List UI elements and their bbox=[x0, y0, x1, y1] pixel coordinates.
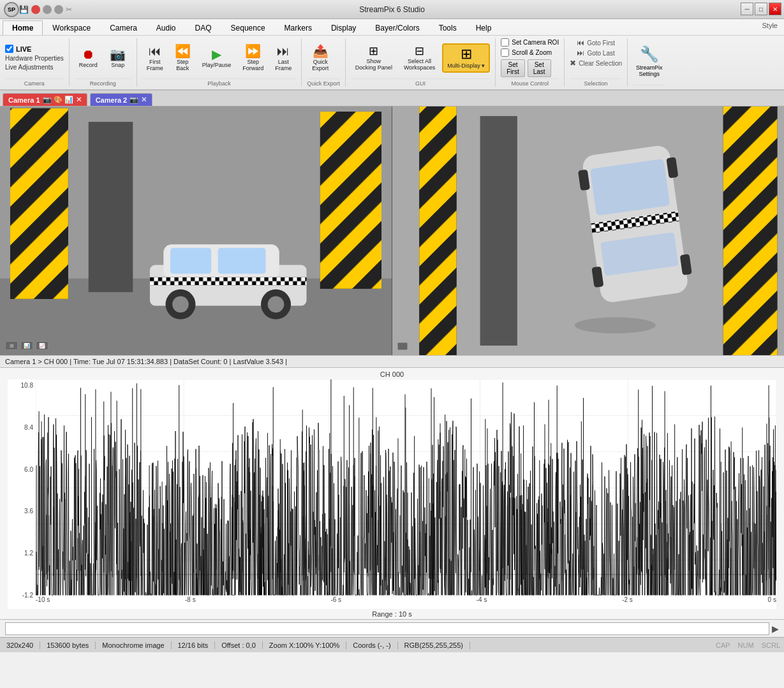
streampix-settings-button[interactable]: 🔧 StreamPixSettings bbox=[633, 42, 666, 80]
live-adjustments-link[interactable]: Live Adjustments bbox=[5, 64, 64, 71]
y-label-60: 6.0 bbox=[24, 466, 33, 473]
y-label-neg12: -1.2 bbox=[22, 592, 33, 599]
hardware-properties-link[interactable]: Hardware Properties bbox=[5, 55, 64, 62]
tab-sequence[interactable]: Sequence bbox=[221, 20, 275, 35]
tab-markers[interactable]: Markers bbox=[275, 20, 322, 35]
playback-group-label: Playback bbox=[142, 78, 297, 87]
camera-2-panel bbox=[392, 106, 784, 355]
waveform-area[interactable]: -10 s -8 s -6 s -4 s -2 s 0 s bbox=[36, 379, 776, 609]
set-camera-roi-checkbox[interactable]: Set Camera ROI bbox=[501, 38, 559, 47]
quick-export-button[interactable]: 📤 QuickExport bbox=[307, 41, 334, 75]
svg-rect-11 bbox=[218, 248, 266, 274]
svg-point-45 bbox=[575, 318, 656, 333]
step-back-icon: ⏪ bbox=[175, 45, 191, 57]
multi-display-button[interactable]: ⊞ Multi-Display ▾ bbox=[442, 43, 490, 73]
svg-rect-21 bbox=[320, 112, 381, 289]
set-camera-roi-input[interactable] bbox=[501, 38, 509, 47]
chart-container[interactable]: 10.8 8.4 6.0 3.6 1.2 -1.2 -10 s -8 s -6 … bbox=[8, 379, 776, 609]
command-input[interactable] bbox=[5, 622, 769, 635]
clear-selection-button[interactable]: ✖ Clear Selection bbox=[570, 59, 622, 68]
tab-daq[interactable]: DAQ bbox=[186, 20, 221, 35]
y-label-12: 1.2 bbox=[24, 550, 33, 557]
last-frame-button[interactable]: ⏭ LastFrame bbox=[270, 41, 296, 75]
live-checkbox-row[interactable]: LIVE bbox=[5, 45, 64, 53]
tab-bayer-colors[interactable]: Bayer/Colors bbox=[366, 20, 429, 35]
first-frame-button[interactable]: ⏮ FirstFrame bbox=[142, 41, 168, 75]
multi-display-label: Multi-Display ▾ bbox=[447, 62, 485, 69]
tab-camera[interactable]: Camera bbox=[100, 20, 147, 35]
record-button[interactable]: ⏺ Record bbox=[75, 45, 102, 71]
step-forward-icon: ⏩ bbox=[245, 45, 261, 57]
settings-icon: 🔧 bbox=[640, 45, 659, 63]
clear-selection-label: Clear Selection bbox=[579, 60, 622, 67]
clear-selection-icon: ✖ bbox=[570, 59, 576, 68]
data-bar: Camera 1 > CH 000 | Time: Tue Jul 07 15:… bbox=[0, 355, 784, 368]
set-camera-roi-label: Set Camera ROI bbox=[512, 39, 559, 46]
y-label-max: 10.8 bbox=[21, 382, 33, 389]
play-icon: ▶ bbox=[212, 48, 221, 61]
ribbon-group-selection: ⏮ Goto First ⏭ Goto Last ✖ Clear Selecti… bbox=[565, 38, 628, 87]
scroll-zoom-input[interactable] bbox=[501, 48, 509, 57]
close-button[interactable]: ✕ bbox=[769, 3, 781, 15]
live-checkbox[interactable] bbox=[5, 45, 13, 53]
status-scrl: SCRL bbox=[758, 641, 784, 649]
y-axis-labels: 10.8 8.4 6.0 3.6 1.2 -1.2 bbox=[8, 382, 36, 599]
step-forward-button[interactable]: ⏩ StepForward bbox=[238, 41, 268, 75]
status-caps: CAP bbox=[712, 641, 734, 649]
show-docking-button[interactable]: ⊞ ShowDocking Panel bbox=[351, 42, 397, 74]
ribbon-group-mouse-control: Set Camera ROI Scroll & Zoom SetFirst Se… bbox=[496, 38, 565, 87]
camera-group-label: Camera bbox=[5, 78, 64, 87]
status-rgb: RGB(255,255,255) bbox=[398, 641, 470, 649]
svg-point-13 bbox=[172, 296, 189, 313]
cam2-close-button[interactable]: ✕ bbox=[141, 96, 147, 104]
waveform-canvas[interactable] bbox=[36, 379, 776, 596]
tab-tools[interactable]: Tools bbox=[429, 20, 466, 35]
ribbon-group-recording: ⏺ Record 📷 Snap Recording bbox=[70, 38, 137, 87]
tab-display[interactable]: Display bbox=[322, 20, 366, 35]
tab-help[interactable]: Help bbox=[466, 20, 501, 35]
show-docking-label: ShowDocking Panel bbox=[355, 58, 392, 71]
cam1-icons: 📷 🎨 📊 bbox=[43, 96, 73, 104]
goto-last-button[interactable]: ⏭ Goto Last bbox=[577, 48, 614, 57]
tab-workspace[interactable]: Workspace bbox=[43, 20, 100, 35]
quick-export-group-label: Quick Export bbox=[307, 78, 340, 87]
camera-1-tab[interactable]: Camera 1 📷 🎨 📊 ✕ bbox=[3, 93, 87, 106]
gui-group-content: ⊞ ShowDocking Panel ⊟ Select AllWorkspac… bbox=[351, 38, 490, 77]
cam1-close-button[interactable]: ✕ bbox=[76, 96, 82, 104]
select-all-workspaces-button[interactable]: ⊟ Select AllWorkspaces bbox=[399, 42, 440, 74]
cmd-arrow-right[interactable]: ▶ bbox=[772, 624, 779, 634]
step-back-label: StepBack bbox=[176, 59, 189, 71]
export-icon: 📤 bbox=[313, 45, 329, 57]
status-bytes: 153600 bytes bbox=[40, 641, 96, 649]
tab-audio[interactable]: Audio bbox=[147, 20, 186, 35]
scroll-zoom-checkbox[interactable]: Scroll & Zoom bbox=[501, 48, 559, 57]
display-area: ⊞ 📊 📈 bbox=[0, 106, 784, 355]
set-first-button[interactable]: SetFirst bbox=[501, 59, 524, 77]
selection-group-label: Selection bbox=[570, 78, 622, 87]
goto-first-button[interactable]: ⏮ Goto First bbox=[577, 38, 615, 47]
cam2-overlay-icon bbox=[397, 342, 408, 350]
play-pause-button[interactable]: ▶ Play/Pause bbox=[198, 45, 236, 71]
set-last-button[interactable]: SetLast bbox=[528, 59, 551, 77]
camera-1-overlay-icons: ⊞ 📊 📈 bbox=[5, 341, 48, 350]
set-buttons-row: SetFirst SetLast bbox=[501, 59, 551, 77]
snap-button[interactable]: 📷 Snap bbox=[105, 45, 131, 71]
first-frame-icon: ⏮ bbox=[149, 45, 161, 57]
record-label: Record bbox=[79, 62, 98, 68]
overlay-icon-1: ⊞ bbox=[5, 341, 18, 350]
camera-2-tab[interactable]: Camera 2 📷 ✕ bbox=[90, 93, 153, 106]
y-label-36: 3.6 bbox=[24, 508, 33, 515]
x-label-4: -2 s bbox=[622, 596, 633, 603]
mouse-control-checkboxes: Set Camera ROI Scroll & Zoom bbox=[501, 38, 559, 57]
x-label-3: -4 s bbox=[477, 596, 487, 603]
tab-home[interactable]: Home bbox=[3, 20, 43, 35]
step-back-button[interactable]: ⏪ StepBack bbox=[170, 41, 195, 75]
titlebar-controls[interactable]: ─ □ ✕ bbox=[741, 3, 781, 15]
maximize-button[interactable]: □ bbox=[755, 3, 767, 15]
goto-last-label: Goto Last bbox=[587, 50, 614, 57]
goto-first-label: Goto First bbox=[587, 40, 615, 47]
minimize-button[interactable]: ─ bbox=[741, 3, 753, 15]
camera-controls: LIVE Hardware Properties Live Adjustment… bbox=[5, 45, 64, 71]
docking-icon: ⊞ bbox=[369, 45, 378, 57]
y-label-84: 8.4 bbox=[24, 424, 33, 431]
